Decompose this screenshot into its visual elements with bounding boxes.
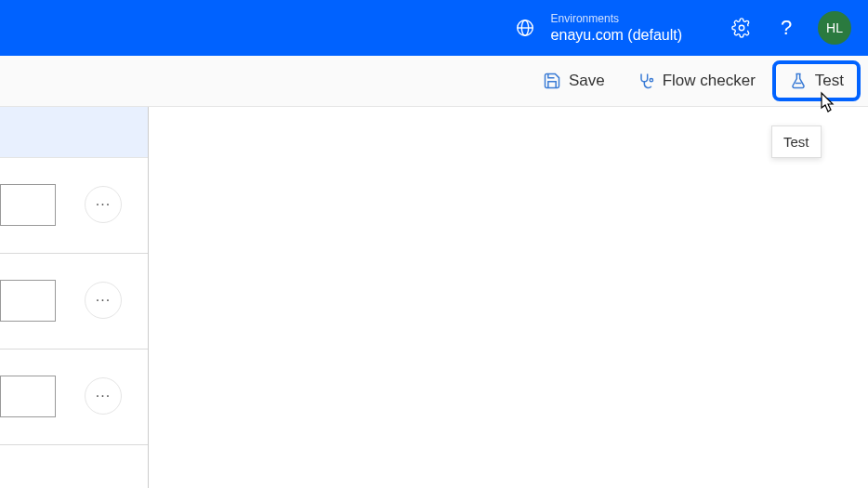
flow-checker-label: Flow checker	[663, 72, 756, 90]
tooltip-text: Test	[783, 134, 809, 150]
ellipsis-icon: ···	[96, 196, 111, 213]
row-more-button[interactable]: ···	[85, 282, 122, 319]
user-avatar[interactable]: HL	[818, 11, 851, 45]
flow-card-header[interactable]	[0, 107, 148, 158]
environment-text: Environments enayu.com (default)	[551, 12, 682, 44]
avatar-initials: HL	[826, 20, 843, 35]
test-button[interactable]: Test	[778, 66, 855, 96]
flow-checker-button[interactable]: Flow checker	[627, 66, 765, 96]
flow-card-row: ···	[0, 158, 148, 254]
row-more-button[interactable]: ···	[85, 186, 122, 223]
save-button[interactable]: Save	[533, 66, 614, 96]
test-label: Test	[815, 72, 844, 90]
stethoscope-icon	[637, 72, 655, 90]
svg-point-3	[739, 25, 744, 31]
save-icon	[543, 72, 561, 90]
globe-icon	[512, 15, 538, 41]
environment-selector[interactable]: Environments enayu.com (default)	[512, 12, 682, 44]
app-header: Environments enayu.com (default) ? HL	[0, 0, 868, 56]
settings-icon[interactable]	[729, 15, 755, 41]
command-bar: Save Flow checker Test	[0, 56, 868, 107]
card-input-field[interactable]	[0, 280, 56, 322]
ellipsis-icon: ···	[96, 388, 111, 404]
environment-label: Environments	[551, 12, 682, 25]
flow-card-row: ···	[0, 350, 148, 445]
flask-icon	[789, 72, 808, 90]
test-tooltip: Test	[771, 125, 822, 158]
card-input-field[interactable]	[0, 184, 56, 226]
svg-point-4	[650, 79, 652, 82]
row-more-button[interactable]: ···	[85, 377, 122, 415]
environment-name: enayu.com (default)	[551, 26, 682, 44]
save-label: Save	[569, 72, 605, 90]
help-icon[interactable]: ?	[773, 15, 799, 41]
flow-canvas-panel: ··· ··· ···	[0, 107, 149, 488]
card-input-field[interactable]	[0, 376, 56, 417]
ellipsis-icon: ···	[96, 292, 111, 309]
flow-card-row: ···	[0, 254, 148, 350]
